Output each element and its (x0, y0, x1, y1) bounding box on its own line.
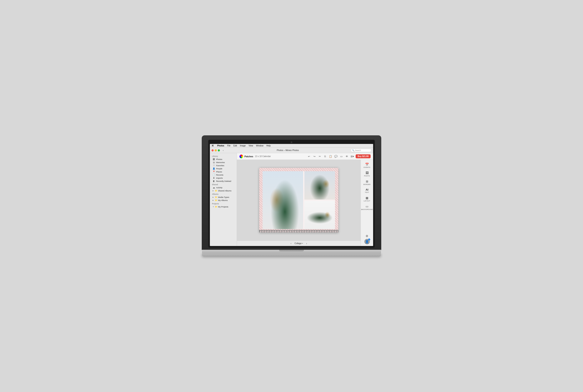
layout-label: LAYOUT (364, 200, 370, 202)
svg-point-21 (304, 212, 315, 220)
sidebar-item-my-projects[interactable]: ▼ 📁 My Projects (210, 205, 236, 208)
svg-point-23 (317, 213, 329, 220)
product-logo (239, 154, 243, 158)
preview-button[interactable]: 👁 (345, 154, 349, 158)
sidebar-item-recently-deleted[interactable]: 🗑 Recently Deleted (210, 180, 236, 183)
panel-layout[interactable]: ▦ LAYOUT (362, 195, 373, 203)
svg-point-5 (277, 196, 284, 203)
cut-button[interactable]: ✂ (318, 154, 322, 158)
search-placeholder: Search (355, 149, 361, 152)
traffic-lights (212, 149, 220, 152)
projects-section-title: Projects (210, 202, 237, 205)
sidebar: Library 🖼 Photos ◎ Memories ♡ (210, 153, 237, 246)
close-button[interactable] (212, 149, 214, 152)
sidebar-item-label-memories: Memories (216, 161, 225, 164)
laptop-foot (202, 254, 381, 256)
library-section-title: Library (210, 154, 237, 158)
right-panel: 📅 EVENTS 🖼 PHOTO ⊞ BOR (361, 160, 373, 246)
prev-page-button[interactable]: ‹ (289, 242, 293, 245)
favorites-icon: ♡ (213, 164, 215, 167)
svg-point-4 (270, 198, 282, 206)
panel-photo[interactable]: 🖼 PHOTO (362, 170, 373, 178)
user-avatar[interactable]: 👤 2 (364, 239, 370, 244)
ai-text-icon: AI (366, 188, 368, 191)
menu-file[interactable]: File (227, 144, 230, 147)
svg-point-9 (275, 208, 280, 212)
chevron-icon-albums: ▶ (213, 200, 214, 201)
search-bar[interactable]: 🔍 Search (351, 149, 371, 152)
panel-background[interactable]: ▭ BACKGROUND (362, 204, 373, 212)
laptop: ⌘ Photos File Edit Image View Window Hel… (202, 136, 381, 256)
minimize-button[interactable] (215, 149, 217, 152)
title-bar: ‹ Photos – Mimeo Photos 🔍 Search (210, 148, 373, 153)
settings-icon: ⚙ (366, 234, 368, 238)
sidebar-item-recents[interactable]: 🕐 Recents (210, 173, 236, 176)
background-icon: ▭ (366, 205, 368, 208)
wire-binding (259, 230, 338, 232)
sidebar-item-places[interactable]: 📍 Places (210, 170, 236, 173)
sidebar-item-favorites[interactable]: ♡ Favorites (210, 164, 236, 167)
svg-point-6 (277, 196, 281, 201)
text-label: TEXT (365, 192, 369, 193)
buy-button[interactable]: Buy $21.99 (356, 154, 371, 158)
svg-point-2 (277, 187, 291, 205)
paste-button[interactable]: 📋 (329, 154, 333, 158)
sidebar-item-photos[interactable]: 🖼 Photos (210, 158, 236, 161)
menu-image[interactable]: Image (240, 144, 246, 147)
shared-section-title: Shared (210, 183, 237, 186)
settings-button[interactable]: ⚙ (365, 234, 370, 238)
svg-point-3 (280, 194, 289, 204)
menu-window[interactable]: Window (256, 144, 264, 147)
back-button[interactable]: ‹ (222, 149, 225, 152)
sidebar-item-memories[interactable]: ◎ Memories (210, 161, 236, 164)
sidebar-item-imports[interactable]: ⬇ Imports (210, 176, 236, 180)
window-title: Photos – Mimeo Photos (227, 149, 349, 152)
undo-button[interactable]: ↩ (307, 154, 311, 158)
recently-deleted-icon: 🗑 (213, 180, 215, 182)
sidebar-item-my-albums[interactable]: ▶ 📁 My Albums (210, 199, 236, 202)
menu-edit[interactable]: Edit (233, 144, 237, 147)
sidebar-item-people[interactable]: 👤 People (210, 167, 236, 170)
my-albums-icon: 📁 (215, 199, 217, 202)
svg-point-18 (321, 187, 325, 190)
border-icon: ⊞ (366, 180, 368, 183)
panel-text[interactable]: AI TEXT (362, 187, 373, 194)
more-button[interactable]: ⊞▾ (350, 154, 354, 158)
sidebar-item-media-types[interactable]: ▶ 📁 Media Types (210, 196, 236, 199)
svg-point-26 (315, 213, 320, 216)
comment-button[interactable]: 💬 (334, 154, 338, 158)
albums-section-title: Albums (210, 192, 237, 196)
sidebar-item-label-places: Places (216, 170, 222, 173)
border-label: BORDER (364, 184, 371, 186)
sidebar-item-activity[interactable]: ☁ Activity (210, 186, 236, 189)
sidebar-item-label-photos: Photos (216, 158, 222, 160)
sidebar-item-label-my-albums: My Albums (218, 199, 228, 202)
svg-point-22 (305, 211, 313, 219)
menu-help[interactable]: Help (266, 144, 271, 147)
collage-photo-2[interactable] (304, 171, 335, 200)
collage-photo-1[interactable] (263, 171, 303, 229)
redo-button[interactable]: ↪ (312, 154, 316, 158)
caption-button[interactable]: ▭ (339, 154, 344, 158)
panel-border[interactable]: ⊞ BORDER (362, 178, 373, 187)
next-page-button[interactable]: › (305, 242, 308, 245)
collage-photo-3[interactable] (304, 201, 335, 229)
fullscreen-button[interactable] (218, 149, 220, 152)
svg-rect-11 (304, 171, 335, 200)
panel-events[interactable]: 📅 EVENTS (362, 162, 373, 170)
media-types-icon: 📁 (215, 196, 217, 198)
photo-label: PHOTO (364, 175, 370, 177)
menu-bar: ⌘ Photos File Edit Image View Window Hel… (210, 144, 373, 148)
page-content (259, 168, 338, 232)
app-window: ⌘ Photos File Edit Image View Window Hel… (210, 144, 373, 246)
dropdown-chevron-icon: ▾ (302, 242, 303, 244)
svg-point-25 (329, 210, 332, 215)
svg-point-24 (325, 212, 333, 217)
sidebar-item-shared-albums[interactable]: ▶ 📁 Shared Albums (210, 189, 236, 192)
search-icon: 🔍 (352, 149, 354, 152)
svg-point-16 (325, 180, 331, 185)
page-dropdown[interactable]: Collage ▾ (295, 242, 303, 244)
copy-button[interactable]: ⎘ (323, 154, 327, 158)
menu-view[interactable]: View (249, 144, 253, 147)
chevron-icon-media: ▶ (213, 196, 214, 198)
